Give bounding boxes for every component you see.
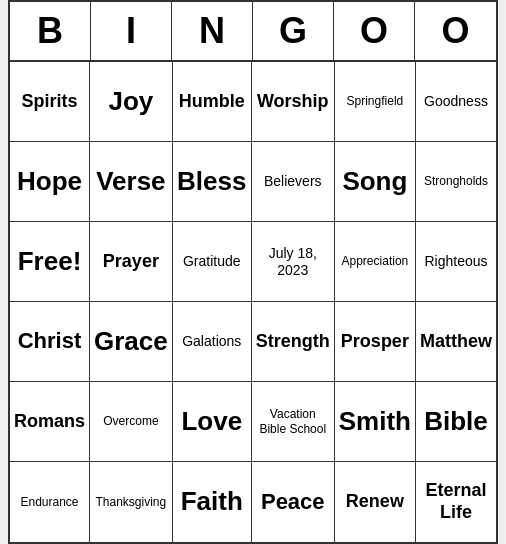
cell-text-r4-c3: Vacation Bible School xyxy=(256,407,330,436)
cell-r5-c1: Thanksgiving xyxy=(90,462,173,542)
cell-text-r3-c3: Strength xyxy=(256,331,330,353)
cell-text-r3-c5: Matthew xyxy=(420,331,492,353)
header-letter-0: B xyxy=(10,2,91,60)
cell-text-r5-c2: Faith xyxy=(181,486,243,517)
cell-text-r0-c0: Spirits xyxy=(22,91,78,113)
cell-text-r3-c4: Prosper xyxy=(341,331,409,353)
header-letter-1: I xyxy=(91,2,172,60)
cell-r5-c4: Renew xyxy=(335,462,416,542)
cell-text-r3-c1: Grace xyxy=(94,326,168,357)
cell-text-r5-c3: Peace xyxy=(261,489,325,515)
cell-text-r4-c0: Romans xyxy=(14,411,85,433)
cell-text-r4-c4: Smith xyxy=(339,406,411,437)
cell-text-r4-c5: Bible xyxy=(424,406,488,437)
cell-r0-c2: Humble xyxy=(173,62,252,142)
cell-r2-c4: Appreciation xyxy=(335,222,416,302)
cell-r2-c3: July 18, 2023 xyxy=(252,222,335,302)
bingo-card: BINGOO SpiritsJoyHumbleWorshipSpringfiel… xyxy=(8,0,498,544)
cell-text-r4-c1: Overcome xyxy=(103,414,158,428)
cell-r5-c2: Faith xyxy=(173,462,252,542)
cell-text-r0-c2: Humble xyxy=(179,91,245,113)
cell-r2-c2: Gratitude xyxy=(173,222,252,302)
cell-r4-c4: Smith xyxy=(335,382,416,462)
header-letter-4: O xyxy=(334,2,415,60)
cell-text-r3-c2: Galations xyxy=(182,333,241,350)
cell-text-r5-c0: Endurance xyxy=(20,495,78,509)
cell-r3-c2: Galations xyxy=(173,302,252,382)
cell-r0-c5: Goodness xyxy=(416,62,496,142)
cell-r1-c1: Verse xyxy=(90,142,173,222)
cell-r1-c0: Hope xyxy=(10,142,90,222)
cell-text-r2-c5: Righteous xyxy=(424,253,487,270)
cell-r5-c0: Endurance xyxy=(10,462,90,542)
cell-text-r5-c5: Eternal Life xyxy=(420,480,492,523)
cell-text-r1-c5: Strongholds xyxy=(424,174,488,188)
cell-r4-c2: Love xyxy=(173,382,252,462)
cell-text-r2-c3: July 18, 2023 xyxy=(256,245,330,279)
cell-r4-c3: Vacation Bible School xyxy=(252,382,335,462)
cell-text-r1-c0: Hope xyxy=(17,166,82,197)
cell-text-r2-c4: Appreciation xyxy=(342,254,409,268)
cell-text-r0-c4: Springfield xyxy=(347,94,404,108)
bingo-grid: SpiritsJoyHumbleWorshipSpringfieldGoodne… xyxy=(10,62,496,542)
cell-text-r2-c1: Prayer xyxy=(103,251,159,273)
cell-r2-c1: Prayer xyxy=(90,222,173,302)
header-letter-3: G xyxy=(253,2,334,60)
cell-r4-c5: Bible xyxy=(416,382,496,462)
cell-text-r0-c5: Goodness xyxy=(424,93,488,110)
cell-r3-c0: Christ xyxy=(10,302,90,382)
cell-r2-c5: Righteous xyxy=(416,222,496,302)
header-letter-2: N xyxy=(172,2,253,60)
cell-r2-c0: Free! xyxy=(10,222,90,302)
cell-text-r5-c1: Thanksgiving xyxy=(96,495,167,509)
cell-r5-c3: Peace xyxy=(252,462,335,542)
cell-r0-c1: Joy xyxy=(90,62,173,142)
cell-text-r0-c1: Joy xyxy=(108,86,153,117)
cell-r1-c5: Strongholds xyxy=(416,142,496,222)
cell-text-r1-c3: Believers xyxy=(264,173,322,190)
cell-r3-c3: Strength xyxy=(252,302,335,382)
cell-r3-c4: Prosper xyxy=(335,302,416,382)
cell-r4-c0: Romans xyxy=(10,382,90,462)
cell-text-r3-c0: Christ xyxy=(18,328,82,354)
cell-text-r1-c2: Bless xyxy=(177,166,246,197)
cell-text-r0-c3: Worship xyxy=(257,91,329,113)
cell-r0-c0: Spirits xyxy=(10,62,90,142)
header-letter-5: O xyxy=(415,2,496,60)
cell-r5-c5: Eternal Life xyxy=(416,462,496,542)
cell-r3-c1: Grace xyxy=(90,302,173,382)
cell-r3-c5: Matthew xyxy=(416,302,496,382)
cell-text-r1-c4: Song xyxy=(342,166,407,197)
cell-text-r2-c2: Gratitude xyxy=(183,253,241,270)
bingo-header: BINGOO xyxy=(10,2,496,62)
cell-r1-c2: Bless xyxy=(173,142,252,222)
cell-r1-c4: Song xyxy=(335,142,416,222)
cell-text-r5-c4: Renew xyxy=(346,491,404,513)
cell-text-r1-c1: Verse xyxy=(96,166,165,197)
cell-text-r4-c2: Love xyxy=(181,406,242,437)
cell-r1-c3: Believers xyxy=(252,142,335,222)
cell-r0-c3: Worship xyxy=(252,62,335,142)
cell-r4-c1: Overcome xyxy=(90,382,173,462)
cell-text-r2-c0: Free! xyxy=(18,246,82,277)
cell-r0-c4: Springfield xyxy=(335,62,416,142)
